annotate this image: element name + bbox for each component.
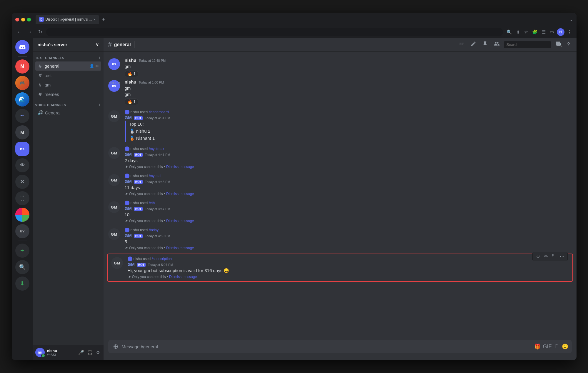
emoji-button[interactable]: 🙂 (562, 343, 568, 350)
bot-avatar[interactable]: GM (111, 257, 123, 269)
browser-profile[interactable]: N (557, 28, 564, 36)
channel-item-test[interactable]: # test (35, 71, 101, 80)
bot-author[interactable]: GM (128, 262, 135, 267)
add-voice-channel-button[interactable]: + (98, 102, 101, 108)
message-input[interactable] (122, 341, 532, 352)
new-tab-button[interactable]: + (100, 16, 107, 23)
server-icon-7[interactable]: 👁 (15, 158, 29, 172)
settings-icon[interactable]: ⚙ (95, 64, 99, 68)
server-icon-discord-home[interactable] (15, 40, 29, 54)
bot-avatar[interactable]: GM (108, 228, 120, 240)
server-icon-5[interactable]: M (15, 125, 29, 139)
thread-button[interactable] (550, 253, 557, 260)
command-link[interactable]: /mystreak (149, 147, 164, 151)
react-button[interactable]: ☺ (534, 253, 542, 260)
server-header[interactable]: nishu's server ∨ (33, 38, 104, 52)
dismiss-button[interactable]: Dismiss message (166, 219, 194, 223)
bot-author[interactable]: GM (125, 233, 132, 238)
share-icon[interactable]: ⬆ (515, 29, 521, 35)
channel-item-gm[interactable]: # gm (35, 80, 101, 89)
server-icon-4[interactable]: ~ (15, 109, 29, 123)
bot-avatar[interactable]: GM (108, 201, 120, 213)
sidebar-icon[interactable]: ▭ (549, 29, 555, 35)
window-menu-button[interactable]: ⌄ (569, 17, 573, 22)
bot-avatar[interactable]: GM (108, 110, 120, 122)
close-button[interactable] (15, 18, 19, 21)
message-author[interactable]: nishu (125, 79, 136, 84)
server-icon-9[interactable]: ⋯⬝⬝ (15, 191, 29, 205)
members-icon[interactable] (492, 40, 502, 49)
message-author[interactable]: nishu (125, 58, 136, 63)
back-button[interactable]: ← (15, 29, 24, 35)
search-input[interactable] (506, 42, 556, 47)
microphone-button[interactable]: 🎤 (77, 349, 85, 357)
voice-channels-category[interactable]: VOICE CHANNELS + (33, 101, 104, 108)
help-icon[interactable]: ? (565, 40, 572, 49)
bot-author[interactable]: GM (125, 115, 132, 120)
user-avatar[interactable]: ns (35, 348, 45, 357)
extension-icon[interactable]: 🧩 (531, 29, 539, 35)
user-settings-button[interactable]: ⚙ (95, 349, 101, 357)
bot-avatar[interactable]: GM (108, 147, 120, 159)
server-icon-2[interactable]: 🎮 (15, 76, 29, 90)
add-text-channel-button[interactable]: + (98, 55, 101, 61)
pin-icon[interactable] (480, 40, 490, 49)
server-icon-10[interactable] (15, 208, 29, 222)
search-bar[interactable]: 🔍 (504, 41, 551, 48)
command-link[interactable]: /today (149, 228, 159, 232)
forward-button[interactable]: → (26, 29, 34, 35)
bot-author[interactable]: GM (125, 179, 132, 184)
tab-close-button[interactable]: × (94, 17, 96, 21)
command-link[interactable]: /leaderboard (149, 110, 169, 114)
maximize-button[interactable] (27, 18, 31, 21)
avatar[interactable]: ns (108, 58, 120, 70)
channel-item-general[interactable]: # general 👤 ⚙ (35, 61, 101, 71)
text-channels-category[interactable]: TEXT CHANNELS + (33, 54, 104, 61)
zoom-icon[interactable]: 🔍 (505, 29, 513, 35)
reaction[interactable]: 🔥 1 (125, 99, 139, 105)
headphones-button[interactable]: 🎧 (86, 349, 94, 357)
bookmark-icon[interactable]: ☆ (523, 29, 529, 35)
edit-icon[interactable] (469, 40, 478, 49)
dismiss-button[interactable]: Dismiss message (166, 246, 194, 250)
message-group-subscription: GM nishu used /subscription GM BOT Today… (107, 254, 573, 282)
dismiss-button[interactable]: Dismiss message (166, 192, 194, 196)
dismiss-button[interactable]: Dismiss message (169, 275, 197, 279)
sticker-icon[interactable]: 🗒 (554, 344, 559, 350)
server-icon-8[interactable]: ✕ (15, 175, 29, 189)
bot-author[interactable]: GM (125, 152, 132, 157)
inbox-icon[interactable] (553, 40, 563, 49)
add-server-button[interactable]: + (15, 244, 29, 258)
channel-item-memes[interactable]: # memes (35, 90, 101, 99)
message-text: Hi, your gm bot subscription is valid fo… (128, 267, 569, 274)
reading-list-icon[interactable]: ☰ (541, 29, 547, 35)
messages-area[interactable]: ns nishu Today at 12:48 PM gm 🔥 1 1:04 P… (104, 52, 577, 340)
voice-channel-general[interactable]: 🔊 General (35, 109, 101, 117)
bot-author[interactable]: GM (125, 206, 132, 211)
gif-button[interactable]: GIF (543, 344, 552, 350)
refresh-button[interactable]: ↻ (36, 29, 44, 35)
reaction[interactable]: 🔥 1 (125, 71, 139, 77)
server-icon-3[interactable]: 🌊 (15, 92, 29, 106)
command-link[interactable]: /subscription (152, 257, 171, 261)
dismiss-button[interactable]: Dismiss message (166, 165, 194, 169)
server-icon-6[interactable]: ns (15, 142, 29, 156)
browser-tab[interactable]: D Discord | #general | nishu's ... × (36, 15, 99, 24)
gift-icon[interactable]: 🎁 (534, 343, 541, 350)
address-input[interactable]: discord.com/channels/977031396856061982/… (46, 28, 503, 36)
add-attachment-button[interactable]: ⊕ (112, 342, 119, 352)
menu-icon[interactable]: ⋮ (566, 29, 573, 35)
command-link[interactable]: /eth (149, 201, 155, 205)
server-icon-11[interactable]: UV (15, 224, 29, 238)
more-button[interactable]: ⋯ (559, 253, 566, 260)
minimize-button[interactable] (21, 18, 25, 21)
threads-icon[interactable] (457, 40, 466, 49)
download-button[interactable]: ⬇ (15, 277, 29, 291)
discover-server-button[interactable]: 🔍 (15, 260, 29, 274)
header-divider (134, 41, 135, 48)
server-icon-1[interactable]: N (15, 59, 29, 74)
command-link[interactable]: /mytotal (149, 174, 161, 178)
bot-avatar[interactable]: GM (108, 174, 120, 186)
quick-edit-button[interactable]: ✏ (543, 253, 549, 260)
user-icon[interactable]: 👤 (89, 64, 94, 68)
